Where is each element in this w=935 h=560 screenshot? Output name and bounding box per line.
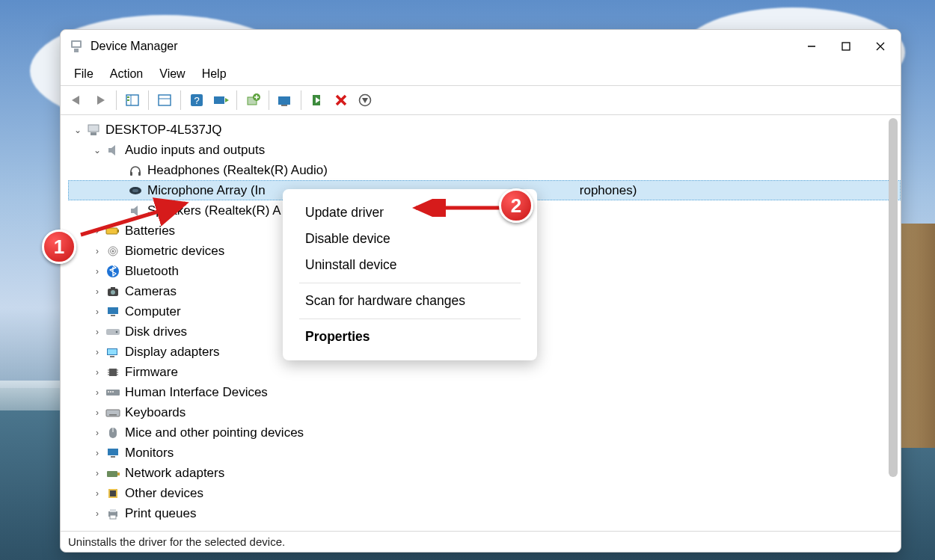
maximize-button[interactable]: [829, 30, 863, 63]
toolbar-disable-button[interactable]: [354, 89, 376, 111]
expand-icon[interactable]: ›: [91, 407, 104, 418]
tree-cat-mice[interactable]: ›Mice and other pointing devices: [68, 422, 901, 443]
minimize-button[interactable]: [794, 30, 829, 63]
svg-rect-55: [109, 369, 117, 376]
tree-cat-network[interactable]: ›Network adapters: [68, 463, 901, 483]
svg-rect-48: [108, 307, 118, 314]
tree-cat-firmware[interactable]: ›Firmware: [68, 362, 901, 382]
svg-marker-30: [362, 98, 368, 103]
device-manager-icon: [70, 40, 83, 53]
toolbar-update-button[interactable]: [274, 89, 296, 111]
network-icon: [105, 466, 120, 481]
svg-rect-2: [74, 49, 79, 52]
toolbar-help-button[interactable]: ?: [186, 89, 208, 111]
hid-icon: [105, 385, 120, 400]
svg-rect-63: [108, 391, 109, 393]
expand-icon[interactable]: ›: [91, 347, 104, 357]
expand-icon[interactable]: ›: [91, 428, 104, 438]
titlebar[interactable]: Device Manager: [61, 30, 901, 63]
tree-label: Microphone Array (In: [147, 183, 266, 198]
display-adapter-icon: [105, 345, 120, 360]
expand-icon[interactable]: ›: [91, 327, 104, 337]
expand-icon[interactable]: ›: [91, 246, 104, 256]
svg-rect-65: [112, 391, 114, 393]
toolbar-showhide-button[interactable]: [121, 89, 144, 111]
scrollbar[interactable]: [889, 118, 898, 477]
tree-label: Audio inputs and outputs: [125, 143, 265, 158]
svg-rect-31: [88, 125, 99, 132]
context-properties[interactable]: Properties: [283, 324, 537, 350]
menu-action[interactable]: Action: [102, 64, 150, 84]
expand-icon[interactable]: ›: [91, 488, 104, 499]
menu-help[interactable]: Help: [194, 64, 234, 84]
expand-icon[interactable]: ›: [91, 387, 104, 398]
tree-label: Headphones (Realtek(R) Audio): [147, 163, 328, 178]
tree-label: Keyboards: [125, 405, 186, 420]
tree-label: Print queues: [125, 506, 196, 521]
svg-point-51: [116, 330, 118, 333]
toolbar-back-button[interactable]: [65, 89, 88, 111]
menu-file[interactable]: File: [67, 64, 101, 84]
svg-point-43: [112, 250, 114, 252]
computer-icon: [86, 123, 101, 138]
tree-cat-print[interactable]: ›Print queues: [68, 503, 901, 523]
svg-rect-75: [110, 490, 116, 496]
svg-rect-13: [159, 95, 171, 105]
toolbar-enable-button[interactable]: [306, 89, 328, 111]
tree-label: Bluetooth: [125, 264, 179, 279]
tree-cat-other[interactable]: ›Other devices: [68, 483, 901, 503]
toolbar-separator: [236, 90, 237, 110]
svg-rect-72: [107, 471, 117, 477]
tree-label: Firmware: [125, 365, 178, 380]
menu-view[interactable]: View: [152, 64, 192, 84]
context-disable-device[interactable]: Disable device: [283, 226, 537, 252]
svg-marker-18: [225, 98, 229, 102]
tree-label: Cameras: [125, 284, 177, 299]
close-button[interactable]: [863, 30, 898, 63]
svg-rect-49: [111, 315, 115, 316]
context-scan-hardware[interactable]: Scan for hardware changes: [283, 288, 537, 314]
expand-icon[interactable]: ›: [91, 266, 104, 277]
tree-label: Mice and other pointing devices: [125, 425, 304, 440]
toolbar-forward-button[interactable]: [89, 89, 111, 111]
microphone-icon: [128, 183, 143, 198]
expand-icon[interactable]: ›: [91, 508, 104, 519]
toolbar-separator: [301, 90, 301, 110]
expand-icon[interactable]: ›: [91, 286, 104, 297]
tree-cat-hid[interactable]: ›Human Interface Devices: [68, 382, 901, 402]
svg-marker-33: [108, 145, 115, 156]
tree-cat-monitors[interactable]: ›Monitors: [68, 443, 901, 463]
tree-label: Human Interface Devices: [125, 385, 268, 400]
toolbar-properties-button[interactable]: [153, 89, 176, 111]
svg-rect-12: [127, 99, 129, 101]
fingerprint-icon: [105, 244, 120, 259]
toolbar-addlegacy-button[interactable]: [242, 89, 264, 111]
tree-label: Computer: [125, 304, 181, 319]
tree-cat-audio[interactable]: ⌄ Audio inputs and outputs: [68, 140, 901, 160]
collapse-icon[interactable]: ⌄: [91, 145, 104, 156]
tree-root-computer[interactable]: ⌄ DESKTOP-4L537JQ: [68, 120, 901, 140]
toolbar-scan-button[interactable]: [209, 89, 232, 111]
expand-icon[interactable]: ›: [91, 307, 104, 317]
toolbar-separator: [116, 90, 117, 110]
expand-icon[interactable]: ›: [91, 448, 104, 458]
context-uninstall-device[interactable]: Uninstall device: [283, 252, 537, 278]
bluetooth-icon: [105, 264, 120, 279]
expand-icon[interactable]: ›: [91, 468, 104, 479]
svg-rect-73: [117, 473, 120, 476]
toolbar-separator: [148, 90, 149, 110]
tree-cat-keyboards[interactable]: ›Keyboards: [68, 402, 901, 422]
toolbar-uninstall-button[interactable]: [330, 89, 352, 111]
speaker-icon: [105, 143, 120, 158]
tree-label: DESKTOP-4L537JQ: [105, 123, 222, 138]
monitor-icon: [105, 446, 120, 461]
svg-rect-77: [110, 509, 116, 512]
svg-rect-24: [281, 105, 287, 106]
toolbar-separator: [269, 90, 269, 110]
camera-icon: [105, 284, 120, 299]
mouse-icon: [105, 425, 120, 440]
tree-label: Biometric devices: [125, 244, 224, 259]
tree-dev-headphones[interactable]: Headphones (Realtek(R) Audio): [68, 160, 901, 180]
expand-icon[interactable]: ›: [91, 367, 104, 378]
collapse-icon[interactable]: ⌄: [71, 125, 85, 135]
